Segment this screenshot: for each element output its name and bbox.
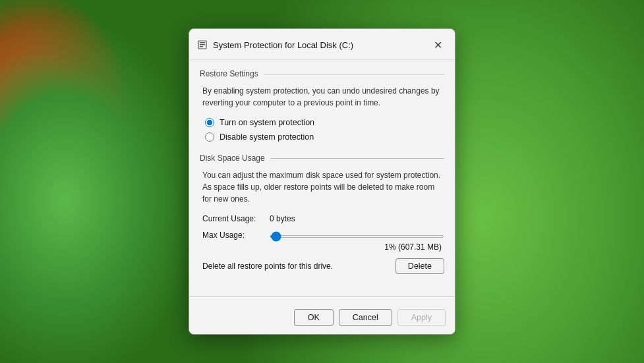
svg-rect-2 (200, 44, 205, 45)
disk-section-header: Disk Space Usage (200, 154, 444, 163)
dialog-body: Restore Settings By enabling system prot… (189, 60, 455, 289)
dialog-icon (197, 40, 208, 50)
delete-restore-text: Delete all restore points for this drive… (202, 262, 333, 271)
dialog-titlebar: System Protection for Local Disk (C:) ✕ (189, 29, 455, 60)
current-usage-row: Current Usage: 0 bytes (200, 214, 444, 223)
radio-disable-input[interactable] (205, 132, 214, 142)
dialog-overlay: System Protection for Local Disk (C:) ✕ … (0, 0, 644, 363)
max-usage-label: Max Usage: (202, 231, 262, 240)
disk-section-line (270, 158, 444, 159)
ok-button[interactable]: OK (294, 309, 334, 326)
radio-disable[interactable]: Disable system protection (205, 132, 444, 142)
radio-turn-on-label: Turn on system protection (220, 118, 314, 127)
max-usage-slider[interactable] (270, 235, 444, 238)
current-usage-label: Current Usage: (202, 214, 262, 223)
radio-disable-label: Disable system protection (220, 132, 314, 142)
restore-section-header: Restore Settings (200, 69, 444, 78)
dialog-title-area: System Protection for Local Disk (C:) (197, 40, 353, 50)
close-button[interactable]: ✕ (428, 36, 447, 54)
apply-button[interactable]: Apply (397, 309, 446, 326)
radio-turn-on-input[interactable] (205, 118, 214, 127)
disk-section: Disk Space Usage You can adjust the maxi… (200, 154, 444, 274)
restore-section-title: Restore Settings (200, 69, 258, 78)
restore-options: Turn on system protection Disable system… (200, 118, 444, 142)
current-usage-value: 0 bytes (270, 214, 295, 223)
svg-rect-1 (200, 42, 205, 43)
slider-percent-text: 1% (607.31 MB) (200, 242, 444, 252)
delete-row: Delete all restore points for this drive… (200, 258, 444, 274)
disk-section-title: Disk Space Usage (200, 154, 265, 163)
disk-description: You can adjust the maximum disk space us… (200, 169, 444, 205)
svg-rect-3 (200, 46, 203, 47)
restore-description: By enabling system protection, you can u… (200, 85, 444, 109)
radio-turn-on[interactable]: Turn on system protection (205, 118, 444, 127)
dialog-title-text: System Protection for Local Disk (C:) (213, 40, 353, 50)
system-protection-dialog: System Protection for Local Disk (C:) ✕ … (189, 28, 455, 335)
delete-button[interactable]: Delete (395, 258, 444, 274)
slider-wrapper (270, 230, 444, 240)
restore-section-line (264, 74, 444, 74)
dialog-footer: OK Cancel Apply (189, 304, 455, 334)
max-usage-row: Max Usage: (200, 230, 444, 240)
footer-divider (189, 296, 455, 297)
cancel-button[interactable]: Cancel (339, 309, 392, 326)
